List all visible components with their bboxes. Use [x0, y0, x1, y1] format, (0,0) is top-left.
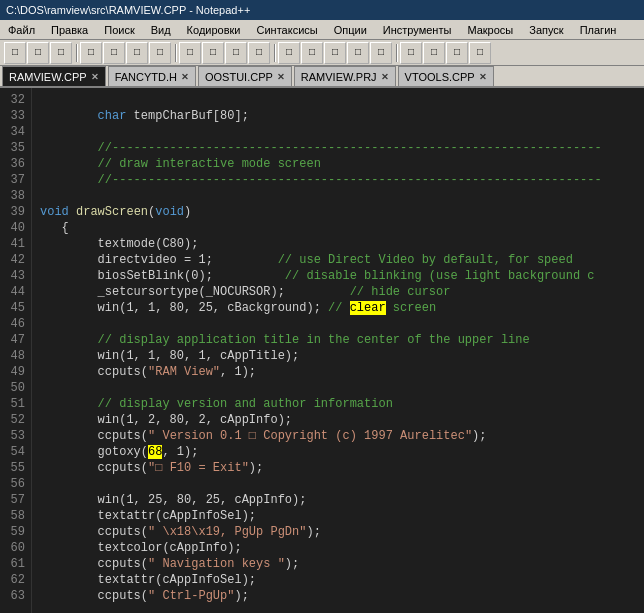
line-number-58: 58 — [4, 508, 25, 524]
toolbar-button-20[interactable]: □ — [400, 42, 422, 64]
code-line-61: ccputs(" Navigation keys "); — [40, 556, 636, 572]
toolbar-separator — [393, 42, 399, 64]
tab-label-ramview-prj: RAMVIEW.PRJ — [301, 71, 377, 83]
toolbar-button-2[interactable]: □ — [50, 42, 72, 64]
tab-oostui-cpp[interactable]: OOSTUI.CPP✕ — [198, 66, 292, 86]
line-number-47: 47 — [4, 332, 25, 348]
code-line-43: biosSetBlink(0); // disable blinking (us… — [40, 268, 636, 284]
code-line-63: ccputs(" Ctrl-PgUp"); — [40, 588, 636, 604]
line-number-32: 32 — [4, 92, 25, 108]
toolbar-button-23[interactable]: □ — [469, 42, 491, 64]
menu-item-макросы[interactable]: Макросы — [463, 23, 517, 37]
line-number-55: 55 — [4, 460, 25, 476]
toolbar-button-1[interactable]: □ — [27, 42, 49, 64]
menu-item-поиск[interactable]: Поиск — [100, 23, 138, 37]
code-line-33: char tempCharBuf[80]; — [40, 108, 636, 124]
code-content[interactable]: char tempCharBuf[80]; //----------------… — [32, 88, 644, 613]
tab-label-vtools-cpp: VTOOLS.CPP — [405, 71, 475, 83]
code-line-46 — [40, 316, 636, 332]
line-number-42: 42 — [4, 252, 25, 268]
tab-close-fancytd-h[interactable]: ✕ — [181, 72, 189, 82]
tab-label-oostui-cpp: OOSTUI.CPP — [205, 71, 273, 83]
menu-item-правка[interactable]: Правка — [47, 23, 92, 37]
line-number-35: 35 — [4, 140, 25, 156]
code-line-42: directvideo = 1; // use Direct Video by … — [40, 252, 636, 268]
toolbar-button-21[interactable]: □ — [423, 42, 445, 64]
line-number-62: 62 — [4, 572, 25, 588]
code-line-60: textcolor(cAppInfo); — [40, 540, 636, 556]
toolbar-button-16[interactable]: □ — [324, 42, 346, 64]
code-line-51: // display version and author informatio… — [40, 396, 636, 412]
line-number-53: 53 — [4, 428, 25, 444]
tab-close-ramview-cpp[interactable]: ✕ — [91, 72, 99, 82]
menu-item-инструменты[interactable]: Инструменты — [379, 23, 456, 37]
code-line-53: ccputs(" Version 0.1 □ Copyright (c) 199… — [40, 428, 636, 444]
code-line-34 — [40, 124, 636, 140]
tab-ramview-prj[interactable]: RAMVIEW.PRJ✕ — [294, 66, 396, 86]
toolbar-button-15[interactable]: □ — [301, 42, 323, 64]
line-number-38: 38 — [4, 188, 25, 204]
menu-item-файл[interactable]: Файл — [4, 23, 39, 37]
code-line-45: win(1, 1, 80, 25, cBackground); // clear… — [40, 300, 636, 316]
tab-fancytd-h[interactable]: FANCYTD.H✕ — [108, 66, 196, 86]
line-number-49: 49 — [4, 364, 25, 380]
code-line-44: _setcursortype(_NOCURSOR); // hide curso… — [40, 284, 636, 300]
code-line-52: win(1, 2, 80, 2, cAppInfo); — [40, 412, 636, 428]
toolbar-separator — [172, 42, 178, 64]
toolbar-button-22[interactable]: □ — [446, 42, 468, 64]
toolbar-button-7[interactable]: □ — [149, 42, 171, 64]
code-line-56 — [40, 476, 636, 492]
code-line-49: ccputs("RAM View", 1); — [40, 364, 636, 380]
line-number-37: 37 — [4, 172, 25, 188]
toolbar-button-12[interactable]: □ — [248, 42, 270, 64]
tab-vtools-cpp[interactable]: VTOOLS.CPP✕ — [398, 66, 494, 86]
title-text: C:\DOS\ramview\src\RAMVIEW.CPP - Notepad… — [6, 4, 250, 16]
menu-item-запуск[interactable]: Запуск — [525, 23, 567, 37]
menu-item-синтаксисы[interactable]: Синтаксисы — [253, 23, 322, 37]
code-line-59: ccputs(" \x18\x19, PgUp PgDn"); — [40, 524, 636, 540]
line-number-57: 57 — [4, 492, 25, 508]
toolbar-button-6[interactable]: □ — [126, 42, 148, 64]
tab-bar: RAMVIEW.CPP✕FANCYTD.H✕OOSTUI.CPP✕RAMVIEW… — [0, 66, 644, 88]
line-number-36: 36 — [4, 156, 25, 172]
toolbar-button-9[interactable]: □ — [179, 42, 201, 64]
code-line-58: textattr(cAppInfoSel); — [40, 508, 636, 524]
menu-item-кодировки[interactable]: Кодировки — [183, 23, 245, 37]
toolbar-button-4[interactable]: □ — [80, 42, 102, 64]
toolbar-button-14[interactable]: □ — [278, 42, 300, 64]
code-area: 3233343536373839404142434445464748495051… — [0, 88, 644, 613]
tab-label-fancytd-h: FANCYTD.H — [115, 71, 177, 83]
menu-bar: ФайлПравкаПоискВидКодировкиСинтаксисыОпц… — [0, 20, 644, 40]
line-number-63: 63 — [4, 588, 25, 604]
line-number-52: 52 — [4, 412, 25, 428]
code-line-47: // display application title in the cent… — [40, 332, 636, 348]
code-line-37: //--------------------------------------… — [40, 172, 636, 188]
code-line-48: win(1, 1, 80, 1, cAppTitle); — [40, 348, 636, 364]
toolbar-button-18[interactable]: □ — [370, 42, 392, 64]
menu-item-опции[interactable]: Опции — [330, 23, 371, 37]
tab-ramview-cpp[interactable]: RAMVIEW.CPP✕ — [2, 66, 106, 86]
line-number-43: 43 — [4, 268, 25, 284]
code-line-38 — [40, 188, 636, 204]
code-line-54: gotoxy(68, 1); — [40, 444, 636, 460]
menu-item-плагин[interactable]: Плагин — [576, 23, 621, 37]
line-number-33: 33 — [4, 108, 25, 124]
line-number-61: 61 — [4, 556, 25, 572]
line-number-46: 46 — [4, 316, 25, 332]
tab-close-oostui-cpp[interactable]: ✕ — [277, 72, 285, 82]
toolbar-separator — [271, 42, 277, 64]
line-number-48: 48 — [4, 348, 25, 364]
toolbar: □□□□□□□□□□□□□□□□□□□□ — [0, 40, 644, 66]
line-number-45: 45 — [4, 300, 25, 316]
code-line-40: { — [40, 220, 636, 236]
toolbar-button-10[interactable]: □ — [202, 42, 224, 64]
line-number-60: 60 — [4, 540, 25, 556]
menu-item-вид[interactable]: Вид — [147, 23, 175, 37]
toolbar-button-5[interactable]: □ — [103, 42, 125, 64]
toolbar-button-11[interactable]: □ — [225, 42, 247, 64]
tab-close-vtools-cpp[interactable]: ✕ — [479, 72, 487, 82]
tab-close-ramview-prj[interactable]: ✕ — [381, 72, 389, 82]
toolbar-button-0[interactable]: □ — [4, 42, 26, 64]
toolbar-button-17[interactable]: □ — [347, 42, 369, 64]
line-number-51: 51 — [4, 396, 25, 412]
